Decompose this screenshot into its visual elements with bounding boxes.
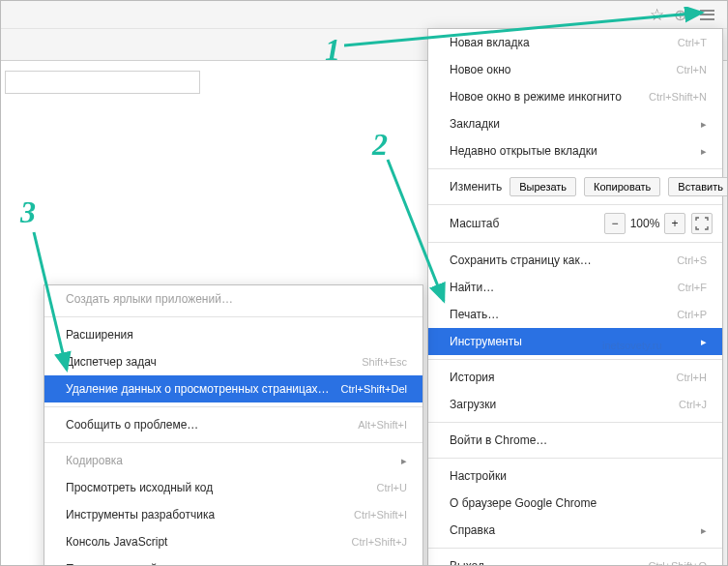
menu-incognito[interactable]: Новое окно в режиме инкогнито Ctrl+Shift… (428, 83, 722, 110)
annotation-3: 3 (20, 194, 36, 230)
menu-shortcut: Ctrl+T (678, 37, 707, 48)
menu-label: Удаление данных о просмотренных страница… (66, 382, 330, 396)
menu-bookmarks[interactable]: Закладки ▸ (428, 110, 722, 137)
submenu-task-manager[interactable]: Диспетчер задач Shift+Esc (44, 348, 422, 375)
menu-help[interactable]: Справка ▸ (428, 517, 722, 544)
menu-label: Справка (450, 523, 495, 537)
plus-icon[interactable]: ⊕ (669, 4, 690, 25)
menu-shortcut: Ctrl+Shift+N (649, 91, 707, 103)
menu-separator (428, 168, 722, 169)
menu-new-tab[interactable]: Новая вкладка Ctrl+T (428, 29, 722, 56)
zoom-out-button[interactable]: − (604, 213, 626, 234)
edit-label: Изменить (450, 180, 502, 194)
menu-shortcut: Ctrl+Shift+Del (341, 383, 407, 395)
menu-label: Новое окно (450, 63, 511, 76)
menu-label: Сообщить о проблеме… (66, 418, 198, 432)
menu-label: Консоль JavaScript (66, 535, 167, 549)
submenu-extensions[interactable]: Расширения (44, 321, 422, 348)
menu-separator (428, 359, 722, 360)
annotation-2: 2 (372, 127, 388, 163)
main-menu: Новая вкладка Ctrl+T Новое окно Ctrl+N Н… (427, 28, 723, 566)
menu-label: Инструменты (450, 335, 522, 348)
star-icon[interactable]: ☆ (646, 4, 667, 25)
menu-label: О браузере Google Chrome (450, 496, 597, 510)
menu-shortcut: Ctrl+U (377, 482, 407, 493)
hamburger-menu-button[interactable] (696, 4, 717, 25)
zoom-value: 100% (626, 217, 664, 230)
menu-zoom-row: Масштаб − 100% + (428, 209, 722, 238)
menu-separator (428, 548, 722, 549)
menu-recent-tabs[interactable]: Недавно открытые вкладки ▸ (428, 137, 722, 164)
menu-new-window[interactable]: Новое окно Ctrl+N (428, 56, 722, 83)
page-input[interactable] (5, 71, 200, 94)
menu-label: Проверка устройств (66, 562, 174, 566)
menu-shortcut: Shift+Esc (362, 356, 407, 368)
menu-label: Сохранить страницу как… (450, 253, 592, 267)
chevron-right-icon: ▸ (701, 118, 707, 131)
submenu-clear-browsing-data[interactable]: Удаление данных о просмотренных страница… (44, 375, 422, 402)
submenu-inspect-devices[interactable]: Проверка устройств (44, 555, 422, 566)
menu-label: Расширения (66, 328, 133, 342)
menu-print[interactable]: Печать… Ctrl+P (428, 301, 722, 328)
zoom-in-button[interactable]: + (664, 213, 685, 234)
menu-shortcut: Ctrl+Shift+I (354, 509, 407, 521)
menu-exit[interactable]: Выход Ctrl+Shift+Q (428, 552, 722, 566)
menu-separator (428, 242, 722, 243)
menu-separator (44, 442, 422, 443)
menu-shortcut: Ctrl+N (677, 64, 707, 75)
menu-separator (428, 204, 722, 205)
submenu-report-issue[interactable]: Сообщить о проблеме… Alt+Shift+I (44, 411, 422, 438)
menu-history[interactable]: История Ctrl+H (428, 364, 722, 391)
paste-button[interactable]: Вставить (668, 177, 728, 196)
menu-label: Печать… (450, 308, 499, 321)
menu-separator (44, 316, 422, 317)
menu-separator (428, 458, 722, 459)
submenu-dev-tools[interactable]: Инструменты разработчика Ctrl+Shift+I (44, 501, 422, 528)
menu-shortcut: Ctrl+F (678, 282, 707, 293)
menu-shortcut: Ctrl+H (677, 372, 707, 383)
fullscreen-button[interactable] (691, 213, 713, 234)
copy-button[interactable]: Копировать (584, 177, 660, 196)
menu-separator (428, 422, 722, 423)
chevron-right-icon: ▸ (701, 336, 707, 348)
menu-label: Закладки (450, 117, 500, 131)
menu-label: Недавно открытые вкладки (450, 144, 597, 158)
menu-label: История (450, 371, 495, 384)
menu-label: Войти в Chrome… (450, 433, 547, 447)
submenu-view-source[interactable]: Просмотреть исходный код Ctrl+U (44, 474, 422, 501)
menu-label: Создать ярлыки приложений… (66, 292, 233, 306)
menu-shortcut: Ctrl+S (677, 254, 707, 266)
menu-label: Просмотреть исходный код (66, 481, 213, 494)
submenu-encoding[interactable]: Кодировка ▸ (44, 447, 422, 474)
submenu-create-shortcuts[interactable]: Создать ярлыки приложений… (44, 285, 422, 313)
menu-label: Кодировка (66, 454, 123, 467)
chevron-right-icon: ▸ (701, 145, 707, 158)
menu-label: Настройки (450, 469, 507, 483)
menu-tools[interactable]: Инструменты ▸ (428, 328, 722, 355)
zoom-label: Масштаб (450, 217, 499, 230)
menu-shortcut: Alt+Shift+I (358, 419, 407, 431)
menu-find[interactable]: Найти… Ctrl+F (428, 274, 722, 301)
menu-downloads[interactable]: Загрузки Ctrl+J (428, 391, 722, 418)
chevron-right-icon: ▸ (701, 524, 707, 537)
menu-label: Загрузки (450, 398, 496, 411)
menu-separator (44, 406, 422, 407)
menu-edit-row: Изменить Вырезать Копировать Вставить (428, 173, 722, 200)
cut-button[interactable]: Вырезать (510, 177, 576, 196)
menu-label: Выход (450, 559, 484, 566)
menu-about[interactable]: О браузере Google Chrome (428, 490, 722, 517)
tools-submenu: Создать ярлыки приложений… Расширения Ди… (44, 284, 423, 566)
menu-settings[interactable]: Настройки (428, 462, 722, 490)
menu-signin[interactable]: Войти в Chrome… (428, 427, 722, 454)
menu-label: Диспетчер задач (66, 355, 157, 369)
chevron-right-icon: ▸ (401, 455, 407, 467)
menu-save-as[interactable]: Сохранить страницу как… Ctrl+S (428, 247, 722, 274)
menu-label: Инструменты разработчика (66, 508, 215, 521)
menu-shortcut: Ctrl+Shift+J (352, 536, 407, 548)
menu-label: Найти… (450, 281, 494, 294)
menu-label: Новое окно в режиме инкогнито (450, 90, 622, 104)
menu-shortcut: Ctrl+P (677, 309, 707, 320)
menu-label: Новая вкладка (450, 36, 530, 49)
menu-shortcut: Ctrl+Shift+Q (648, 560, 707, 566)
submenu-js-console[interactable]: Консоль JavaScript Ctrl+Shift+J (44, 528, 422, 555)
